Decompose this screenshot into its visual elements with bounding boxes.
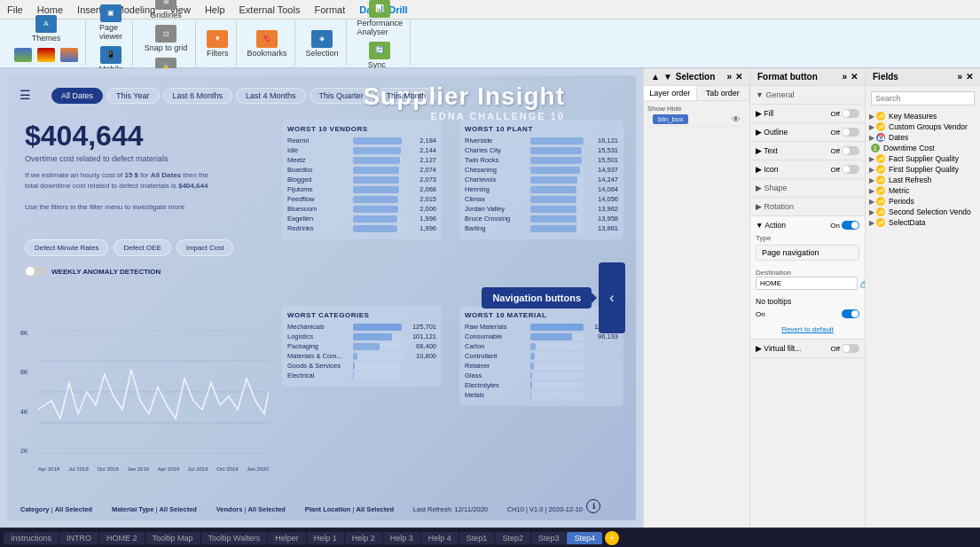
dest-input[interactable] [756, 277, 858, 290]
field-first-supplier[interactable]: ▶ 📁 First Supplier Quality [866, 164, 980, 175]
ribbon-btn-theme3[interactable] [59, 46, 80, 65]
field-metric[interactable]: ▶ 📁 Metric [866, 185, 980, 196]
folder-icon-6: 📁 [876, 176, 885, 184]
ribbon-btn-theme1[interactable] [12, 46, 34, 65]
fill-mini-toggle[interactable] [842, 109, 859, 118]
ribbon-btn-perf[interactable]: 📊 PerformanceAnalyser [356, 0, 405, 38]
tooltips-mini-toggle[interactable] [842, 309, 859, 318]
format-section-rotation-title[interactable]: ▶ Rotation [756, 200, 859, 213]
tab-instructions[interactable]: Instructions [4, 532, 59, 544]
tab-home2[interactable]: HOME 2 [99, 532, 145, 544]
format-close-btn[interactable]: ✕ [851, 72, 858, 82]
tab-helper[interactable]: Helper [268, 532, 306, 544]
hamburger-menu[interactable]: ☰ [20, 88, 31, 102]
tab-step2[interactable]: Step2 [495, 532, 530, 544]
btn-impact-cost[interactable]: Impact Cost [176, 239, 234, 256]
field-last-refresh[interactable]: ▶ 📁 Last Refresh [866, 175, 980, 185]
fields-panel-header: Fields » ✕ [866, 68, 980, 86]
tab-help4[interactable]: Help 4 [421, 532, 459, 544]
theme2-icon [37, 48, 55, 62]
tab-tooltip-map[interactable]: Tooltip Map [145, 532, 200, 544]
theme3-icon [60, 48, 78, 62]
ribbon-btn-bookmarks[interactable]: 🔖 Bookmarks [246, 28, 289, 59]
cat-row-2: Logistics 101,121 [287, 332, 436, 340]
fields-close-btn[interactable]: ✕ [966, 72, 973, 82]
icon-mini-toggle[interactable] [842, 165, 859, 174]
field-key-measures[interactable]: ▶ 📁 Key Measures [866, 111, 980, 121]
field-dates[interactable]: ▶ 📅 Dates [866, 132, 980, 143]
x-label-oct18: Oct 2018 [97, 466, 118, 472]
btn-defect-oee[interactable]: Defect OEE [114, 239, 170, 256]
tab-tooltip-walters[interactable]: Tooltip Walters [201, 532, 268, 544]
y-label-8k: 8K [20, 330, 38, 336]
menu-format[interactable]: Format [314, 4, 345, 15]
btn-defect-minute[interactable]: Defect Minute Rates [25, 239, 108, 256]
ribbon-btn-snap[interactable]: ⊡ Snap to grid [143, 23, 190, 54]
ribbon-btn-gridlines[interactable]: ⊞ Gridlines [148, 0, 184, 21]
selection-collapse-btn[interactable]: » [726, 72, 732, 82]
nav-tooltip: Navigation buttons [482, 287, 592, 309]
status-vendors: Vendors | All Selected [216, 505, 286, 513]
menu-external-tools[interactable]: External Tools [239, 4, 301, 15]
filter-last-4[interactable]: Last 4 Months [236, 88, 306, 104]
filter-all-dates[interactable]: All Dates [51, 88, 103, 104]
selection-up-icon[interactable]: ▲ [651, 72, 660, 82]
format-section-text: ▶ Text Off [750, 142, 865, 160]
filter-this-month[interactable]: This Month [377, 88, 436, 104]
action-mini-toggle[interactable] [842, 221, 859, 230]
text-mini-toggle[interactable] [842, 146, 859, 155]
ribbon-btn-selection[interactable]: ◈ Selection [304, 28, 341, 59]
action-toggle: On [830, 221, 859, 230]
tab-help2[interactable]: Help 2 [345, 532, 382, 544]
tab-step4[interactable]: Step4 [567, 532, 602, 544]
ribbon-btn-filters[interactable]: ▼ Filters [205, 28, 231, 59]
fields-collapse-btn[interactable]: » [957, 72, 962, 82]
categories-title: WORST CATEGORIES [287, 311, 436, 319]
format-row-action: ▼ Action On [756, 219, 859, 231]
vendor-row-10: Redrinks 1,996 [287, 224, 436, 232]
icon-toggle: Off [830, 165, 859, 174]
tab-step3[interactable]: Step3 [531, 532, 567, 544]
virtual-mini-toggle[interactable] [842, 344, 859, 353]
field-custom-groups[interactable]: ▶ 📁 Custom Groups Vendor [866, 121, 980, 132]
status-refresh: Last Refresh: 12/11/2020 [413, 505, 488, 513]
outline-mini-toggle[interactable] [842, 128, 859, 137]
ribbon-btn-page-view[interactable]: ▣ Pageviewer [98, 3, 124, 43]
y-label-2k: 2K [20, 448, 38, 454]
tab-step1[interactable]: Step1 [459, 532, 495, 544]
field-select-data[interactable]: ▶ 📁 SelectData [866, 217, 980, 228]
tab-tab-order[interactable]: Tab order [697, 86, 750, 100]
mat-row-2: Consumable 96,193 [465, 332, 618, 340]
field-second-selection[interactable]: ▶ 📁 Second Selection Vendo [866, 207, 980, 217]
eye-icon[interactable]: 👁 [732, 114, 741, 124]
anomaly-toggle[interactable] [25, 266, 46, 277]
ribbon-btn-themes[interactable]: A Themes [30, 13, 63, 44]
fields-search-input[interactable] [871, 91, 975, 105]
x-label-jul18: Jul 2018 [68, 466, 89, 472]
field-periods[interactable]: ▶ 📁 Periods [866, 196, 980, 207]
revert-link[interactable]: Revert to default [756, 323, 859, 336]
filter-this-year[interactable]: This Year [106, 88, 160, 104]
menu-file[interactable]: File [7, 4, 23, 15]
nav-arrow-button[interactable]: ‹ [599, 262, 625, 333]
field-downtime-cost[interactable]: Σ Downtime Cost [866, 143, 980, 153]
filter-last-6[interactable]: Last 6 Months [163, 88, 233, 104]
tab-help3[interactable]: Help 3 [383, 532, 420, 544]
format-section-general-title[interactable]: ▼ General [756, 89, 859, 101]
menu-help[interactable]: Help [205, 4, 225, 15]
format-section-shape-title[interactable]: ▶ Shape [756, 182, 859, 194]
selection-close-btn[interactable]: ✕ [735, 72, 742, 82]
tab-intro[interactable]: INTRO [59, 532, 98, 544]
format-collapse-btn[interactable]: » [842, 72, 847, 82]
selection-down-icon[interactable]: ▼ [663, 72, 672, 82]
tab-help1[interactable]: Help 1 [307, 532, 344, 544]
filter-this-quarter[interactable]: This Quarter [310, 88, 373, 104]
ribbon-btn-theme2[interactable] [35, 46, 57, 65]
type-value[interactable]: Page navigation [756, 245, 859, 261]
tab-add-button[interactable]: + [605, 531, 619, 545]
field-fact-supplier[interactable]: ▶ 📁 Fact Supplier Quality [866, 153, 980, 164]
tab-layer-order[interactable]: Layer order [644, 86, 697, 100]
selection-title: Selection [676, 72, 715, 82]
format-panel-header: Format button » ✕ [750, 68, 865, 86]
info-icon[interactable]: ℹ [586, 499, 600, 513]
